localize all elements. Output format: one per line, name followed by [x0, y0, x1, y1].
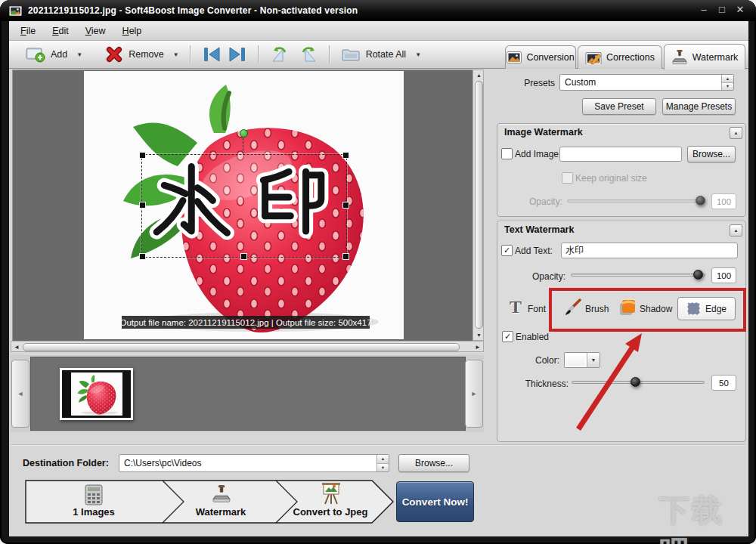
thumbnail-image	[68, 372, 125, 416]
enabled-checkbox[interactable]: ✓	[502, 331, 513, 342]
menu-view[interactable]: View	[79, 23, 113, 39]
tab-corrections-label: Corrections	[606, 52, 655, 63]
resize-handle-nw[interactable]	[139, 152, 146, 159]
rotate-all-button[interactable]: Rotate All ▼	[338, 45, 424, 64]
resize-handle-se[interactable]	[342, 253, 349, 260]
minimize-button[interactable]: –	[699, 4, 709, 15]
font-label[interactable]: Font	[528, 304, 546, 314]
tab-watermark[interactable]: Watermark	[664, 44, 745, 70]
tab-conversion-label: Conversion	[526, 52, 574, 63]
spin-down-icon[interactable]: ▼	[722, 83, 733, 91]
workflow-step-watermark: Watermark	[196, 506, 246, 518]
add-caret-icon[interactable]: ▼	[76, 51, 82, 58]
remove-label: Remove	[129, 49, 164, 60]
thickness-slider[interactable]	[572, 377, 705, 387]
strip-next-icon: ►	[471, 390, 478, 397]
text-opacity-thumb[interactable]	[693, 270, 703, 280]
scroll-down-icon[interactable]: ▼	[476, 332, 482, 338]
browse-destination-button[interactable]: Browse...	[398, 454, 469, 472]
text-watermark-collapse-button[interactable]: ▲	[730, 224, 742, 236]
color-dropdown[interactable]: ▼	[564, 352, 600, 368]
text-opacity-slider[interactable]	[571, 270, 705, 280]
strip-next-button[interactable]: ►	[465, 360, 483, 428]
destination-folder-combo[interactable]: C:\Users\pc\Videos ▲ ▼	[119, 454, 389, 472]
convert-now-button[interactable]: Convert Now!	[396, 481, 474, 522]
vertical-scrollbar[interactable]: ▲ ▼	[472, 70, 484, 341]
presets-combo[interactable]: Custom ▲ ▼	[559, 74, 734, 91]
font-icon[interactable]: T	[510, 297, 522, 317]
tab-conversion[interactable]: Conversion	[505, 45, 576, 69]
add-image-checkbox[interactable]	[501, 148, 513, 159]
save-preset-button[interactable]: Save Preset	[582, 98, 656, 115]
color-swatch	[565, 353, 587, 367]
scroll-up-icon[interactable]: ▲	[476, 73, 482, 78]
resize-handle-ne[interactable]	[342, 152, 349, 159]
browse-image-button[interactable]: Browse...	[687, 146, 736, 162]
vertical-scroll-thumb[interactable]	[475, 81, 483, 329]
color-dropdown-icon[interactable]: ▼	[587, 353, 600, 367]
keep-original-size-checkbox[interactable]	[562, 172, 573, 184]
maximize-button[interactable]: □	[717, 4, 727, 15]
close-button[interactable]: ✕	[735, 4, 745, 15]
thickness-thumb[interactable]	[631, 377, 640, 387]
rotate-right-button[interactable]	[294, 43, 321, 66]
thickness-value: 50	[711, 375, 736, 391]
image-opacity-thumb[interactable]	[696, 196, 705, 206]
resize-handle-sw[interactable]	[139, 253, 146, 260]
tab-corrections[interactable]: Corrections	[578, 45, 662, 69]
thumbnail-item[interactable]	[60, 368, 133, 420]
horizontal-scrollbar[interactable]: ◄ ►	[11, 341, 484, 352]
preview-image[interactable]: Output file name: 20211219115012.jpg | O…	[84, 71, 404, 339]
text-watermark-title: Text Watermark	[504, 224, 574, 235]
app-icon	[9, 5, 22, 17]
rotation-handle[interactable]	[240, 129, 248, 138]
image-opacity-label: Opacity:	[505, 196, 562, 207]
rotate-all-label: Rotate All	[366, 49, 407, 60]
thickness-label: Thickness:	[502, 379, 569, 389]
resize-handle-e[interactable]	[342, 202, 349, 209]
first-image-button[interactable]	[199, 44, 225, 65]
remove-caret-icon[interactable]: ▼	[173, 51, 179, 58]
presets-value: Custom	[560, 75, 721, 90]
resize-handle-w[interactable]	[139, 202, 146, 209]
scroll-right-icon[interactable]: ►	[475, 344, 481, 351]
menu-bar: File Edit View Help	[9, 21, 748, 41]
image-watermark-collapse-button[interactable]: ▲	[730, 127, 742, 139]
menu-file[interactable]: File	[14, 23, 42, 39]
title-bar[interactable]: 20211219115012.jpg - Soft4Boost Image Co…	[0, 0, 756, 21]
image-watermark-group: Image Watermark ▲ Add Image Browse... Ke…	[497, 123, 746, 217]
presets-spinner[interactable]: ▲ ▼	[721, 75, 733, 90]
strip-prev-button[interactable]: ◄	[11, 360, 29, 428]
add-image-icon	[26, 46, 45, 63]
add-text-checkbox[interactable]: ✓	[501, 245, 513, 256]
image-opacity-slider[interactable]	[567, 196, 705, 206]
remove-button[interactable]: Remove ▼	[102, 44, 181, 65]
conversion-icon	[507, 51, 522, 63]
menu-help[interactable]: Help	[116, 23, 149, 39]
image-path-field[interactable]	[559, 147, 682, 162]
rotate-all-caret-icon[interactable]: ▼	[415, 51, 421, 58]
workflow-watermark-icon	[212, 484, 231, 504]
watermark-text-field[interactable]	[561, 243, 738, 258]
add-label: Add	[51, 49, 67, 60]
rotate-left-button[interactable]	[267, 43, 294, 66]
thumbnail-strip: ◄ ►	[11, 355, 484, 432]
destination-spinner[interactable]: ▲ ▼	[376, 455, 389, 471]
resize-handle-s[interactable]	[240, 253, 247, 260]
rotate-right-icon	[297, 45, 318, 63]
last-image-button[interactable]	[225, 44, 250, 65]
spin-up-icon[interactable]: ▲	[722, 75, 733, 83]
watermark-selection-box[interactable]	[141, 154, 347, 258]
add-text-label: Add Text:	[515, 246, 553, 256]
spin-down-icon[interactable]: ▼	[377, 464, 389, 472]
workflow-step-convert: Convert to Jpeg	[293, 506, 368, 518]
horizontal-scroll-thumb[interactable]	[23, 343, 460, 351]
text-opacity-value: 100	[711, 267, 736, 283]
scroll-left-icon[interactable]: ◄	[14, 344, 20, 351]
spin-up-icon[interactable]: ▲	[377, 455, 389, 464]
add-button[interactable]: Add ▼	[23, 44, 85, 65]
app-window: 20211219115012.jpg - Soft4Boost Image Co…	[0, 0, 756, 544]
manage-presets-button[interactable]: Manage Presets	[662, 98, 736, 115]
menu-edit[interactable]: Edit	[45, 23, 76, 39]
thumbnail-area	[30, 357, 466, 431]
